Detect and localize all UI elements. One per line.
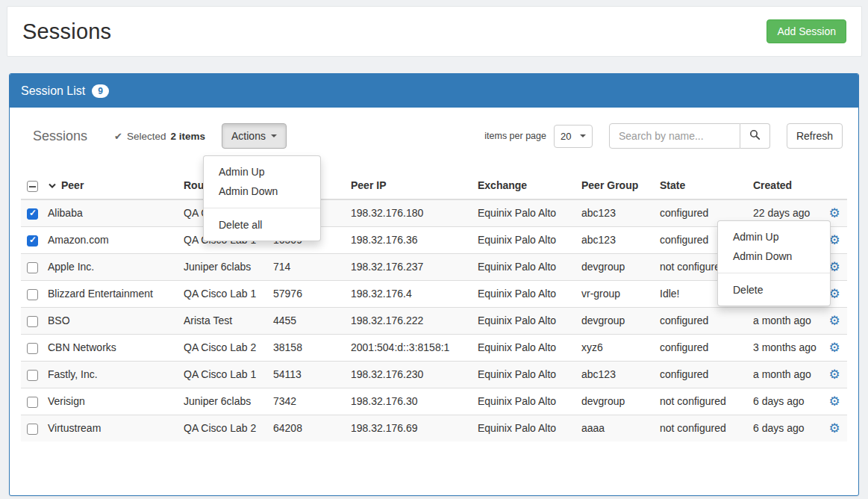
section-label: Sessions bbox=[33, 128, 87, 144]
menu-item-admin-up[interactable]: Admin Up bbox=[204, 162, 320, 182]
caret-down-icon bbox=[580, 134, 586, 137]
row-checkbox[interactable] bbox=[27, 262, 38, 273]
selected-prefix: Selected bbox=[127, 131, 166, 142]
cell-peer-ip: 198.32.176.237 bbox=[345, 253, 472, 280]
add-session-button[interactable]: Add Session bbox=[766, 19, 846, 43]
cell-peer-group: devgroup bbox=[575, 388, 654, 415]
menu-item-admin-down[interactable]: Admin Down bbox=[718, 247, 830, 266]
table-row: Fastly, Inc. QA Cisco Lab 1 54113 198.32… bbox=[21, 361, 847, 388]
cell-peer-group: devgroup bbox=[575, 253, 654, 280]
panel-title: Session List bbox=[21, 84, 85, 98]
gear-icon[interactable] bbox=[828, 368, 840, 382]
table-row: BSO Arista Test 4455 198.32.176.222 Equi… bbox=[21, 307, 847, 334]
cell-peer-group: vr-group bbox=[575, 280, 654, 307]
row-checkbox[interactable] bbox=[27, 316, 38, 327]
gear-icon[interactable] bbox=[828, 394, 840, 409]
refresh-button[interactable]: Refresh bbox=[787, 123, 843, 149]
cell-state: not configured bbox=[654, 415, 747, 441]
column-header-created[interactable]: Created bbox=[747, 173, 822, 199]
column-header-peer[interactable]: Peer bbox=[42, 173, 178, 199]
sort-desc-icon bbox=[48, 179, 57, 191]
row-checkbox[interactable] bbox=[27, 343, 38, 354]
cell-exchange: Equinix Palo Alto bbox=[472, 280, 575, 307]
cell-peer-ip: 198.32.176.69 bbox=[345, 415, 472, 441]
row-checkbox[interactable] bbox=[27, 370, 38, 381]
row-checkbox[interactable] bbox=[27, 235, 38, 247]
cell-peer-ip: 198.32.176.180 bbox=[345, 199, 472, 227]
toolbar: Sessions Selected 2 items Actions items … bbox=[21, 119, 847, 153]
session-list-panel: Session List 9 Sessions Selected 2 items… bbox=[9, 73, 859, 496]
cell-exchange: Equinix Palo Alto bbox=[472, 199, 575, 227]
cell-peer-group: aaaa bbox=[575, 415, 654, 441]
cell-peer: CBN Networks bbox=[42, 334, 178, 361]
cell-exchange: Equinix Palo Alto bbox=[472, 253, 575, 280]
selection-summary: Selected 2 items bbox=[114, 131, 205, 142]
column-header-peer-ip[interactable]: Peer IP bbox=[345, 173, 472, 199]
caret-down-icon bbox=[271, 134, 277, 137]
cell-asn: 4455 bbox=[267, 307, 345, 334]
gear-icon[interactable] bbox=[828, 421, 840, 436]
search-group bbox=[609, 123, 770, 149]
sessions-table: Peer Router ASN Peer IP Exchange Peer Gr… bbox=[21, 173, 847, 441]
cell-router: QA Cisco Lab 2 bbox=[178, 334, 267, 361]
panel-heading: Session List 9 bbox=[10, 74, 858, 108]
actions-button[interactable]: Actions bbox=[222, 123, 287, 149]
cell-created: 3 months ago bbox=[747, 334, 822, 361]
actions-button-label: Actions bbox=[231, 130, 266, 142]
menu-item-admin-down[interactable]: Admin Down bbox=[204, 182, 320, 201]
cell-state: configured bbox=[654, 361, 747, 388]
row-checkbox[interactable] bbox=[27, 397, 38, 408]
cell-exchange: Equinix Palo Alto bbox=[472, 361, 575, 388]
items-per-page-select[interactable]: 20 bbox=[554, 125, 593, 148]
count-badge: 9 bbox=[92, 84, 109, 98]
menu-item-delete-all[interactable]: Delete all bbox=[204, 215, 320, 235]
cell-router: QA Cisco Lab 1 bbox=[178, 280, 267, 307]
cell-exchange: Equinix Palo Alto bbox=[472, 415, 575, 441]
cell-asn: 7342 bbox=[267, 388, 345, 415]
search-input[interactable] bbox=[609, 123, 740, 149]
select-all-checkbox[interactable] bbox=[27, 181, 38, 192]
cell-exchange: Equinix Palo Alto bbox=[472, 226, 575, 253]
column-header-actions bbox=[822, 173, 847, 199]
column-header-peer-group[interactable]: Peer Group bbox=[575, 173, 654, 199]
cell-peer-ip: 198.32.176.36 bbox=[345, 226, 472, 253]
cell-asn: 64208 bbox=[267, 415, 345, 441]
cell-peer: Amazon.com bbox=[42, 226, 178, 253]
cell-router: Juniper 6clabs bbox=[178, 388, 267, 415]
cell-peer: Virtustream bbox=[42, 415, 178, 441]
table-row: CBN Networks QA Cisco Lab 2 38158 2001:5… bbox=[21, 334, 847, 361]
cell-exchange: Equinix Palo Alto bbox=[472, 334, 575, 361]
cell-peer-ip: 198.32.176.4 bbox=[345, 280, 472, 307]
menu-divider bbox=[718, 273, 830, 273]
cell-created: 6 days ago bbox=[747, 415, 822, 441]
table-row: Virtustream QA Cisco Lab 2 64208 198.32.… bbox=[21, 415, 847, 441]
cell-peer: Alibaba bbox=[42, 199, 178, 227]
cell-exchange: Equinix Palo Alto bbox=[472, 307, 575, 334]
column-header-exchange[interactable]: Exchange bbox=[472, 173, 575, 199]
row-checkbox[interactable] bbox=[27, 289, 38, 300]
cell-router: Arista Test bbox=[178, 307, 267, 334]
gear-icon[interactable] bbox=[828, 206, 840, 220]
cell-peer-group: xyz6 bbox=[575, 334, 654, 361]
menu-item-delete[interactable]: Delete bbox=[718, 280, 830, 300]
cell-peer-group: abc123 bbox=[575, 199, 654, 227]
items-per-page-value: 20 bbox=[561, 131, 571, 142]
search-button[interactable] bbox=[740, 123, 770, 149]
cell-peer: BSO bbox=[42, 307, 178, 334]
cell-created: a month ago bbox=[747, 361, 822, 388]
cell-created: 6 days ago bbox=[747, 388, 822, 415]
column-header-state[interactable]: State bbox=[654, 173, 747, 199]
menu-item-admin-up[interactable]: Admin Up bbox=[718, 227, 830, 247]
cell-peer: Apple Inc. bbox=[42, 253, 178, 280]
cell-asn: 54113 bbox=[267, 361, 345, 388]
row-checkbox[interactable] bbox=[27, 424, 38, 435]
gear-icon[interactable] bbox=[828, 314, 840, 328]
cell-state: configured bbox=[654, 334, 747, 361]
page-title: Sessions bbox=[22, 19, 111, 44]
cell-asn: 714 bbox=[267, 253, 345, 280]
cell-peer-ip: 2001:504:d::3:8158:1 bbox=[345, 334, 472, 361]
menu-divider bbox=[204, 208, 320, 208]
search-icon bbox=[749, 129, 761, 143]
row-checkbox[interactable] bbox=[27, 208, 38, 220]
gear-icon[interactable] bbox=[828, 341, 840, 355]
